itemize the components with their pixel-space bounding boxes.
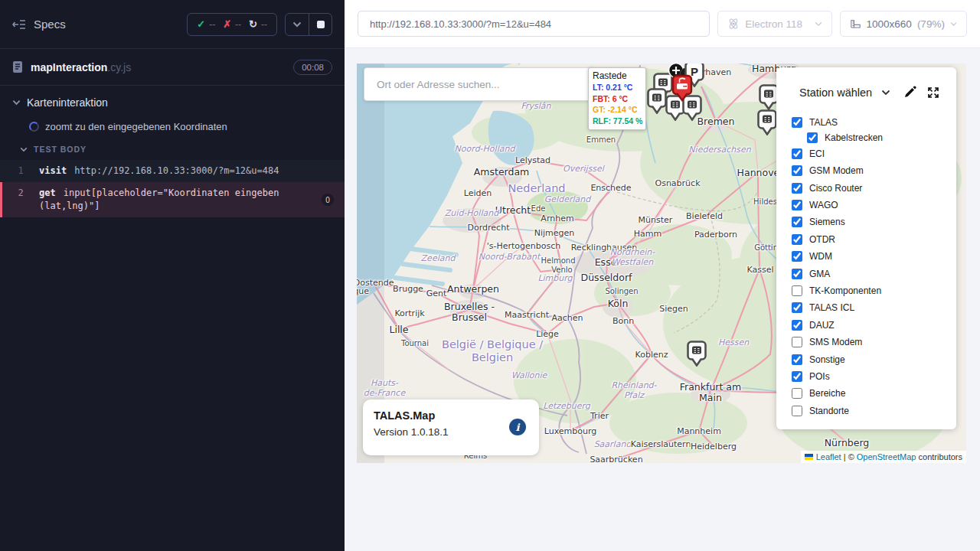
- station-checkbox-label: SMS Modem: [809, 337, 862, 347]
- test-body-header[interactable]: TEST BODY: [0, 139, 345, 158]
- specs-title: Specs: [34, 18, 66, 31]
- station-checkbox-label: Sonstige: [809, 354, 845, 365]
- station-checkbox[interactable]: [792, 183, 802, 194]
- station-marker-pin[interactable]: [757, 109, 777, 139]
- station-checkbox-label: DAUZ: [809, 320, 835, 331]
- station-filter-row[interactable]: GSM Modem: [792, 165, 956, 178]
- refresh-icon: ↻: [249, 18, 257, 30]
- stat-pending: ↻--: [249, 18, 267, 30]
- cypress-reporter: Specs ✓-- ✗-- ↻-- mapInteraction.cy.js 0…: [0, 0, 345, 551]
- spec-file-row[interactable]: mapInteraction.cy.js 00:08: [0, 49, 345, 86]
- station-filter-row[interactable]: Siemens: [792, 216, 956, 229]
- test-stats[interactable]: ✓-- ✗-- ↻--: [187, 13, 277, 36]
- station-filter-panel: Station wählen TALAS Kabelstrecken ECI: [776, 67, 956, 429]
- station-filter-row[interactable]: WDM: [792, 250, 956, 263]
- map-label: Leiden: [464, 189, 492, 199]
- map-label: Maastricht: [505, 311, 549, 321]
- map-label: Paderborn: [694, 230, 737, 240]
- expand-fullscreen-icon[interactable]: [927, 86, 939, 99]
- station-checkbox[interactable]: [792, 337, 802, 347]
- openstreetmap-link[interactable]: OpenStreetMap: [857, 452, 916, 461]
- leaflet-link[interactable]: Leaflet: [816, 452, 841, 461]
- stat-passed: ✓--: [197, 18, 215, 30]
- map-label: Enschede: [590, 184, 631, 194]
- map-label: Brugge: [393, 285, 423, 295]
- station-marker-pin[interactable]: [687, 341, 707, 370]
- station-filter-row[interactable]: Sonstige: [792, 353, 956, 366]
- station-checkbox[interactable]: [792, 285, 802, 296]
- url-input[interactable]: [358, 11, 710, 37]
- chevron-down-icon: [12, 99, 21, 106]
- station-checkbox-label: OTDR: [809, 234, 835, 245]
- map-label: Lille: [389, 324, 408, 335]
- info-icon[interactable]: i: [509, 419, 526, 435]
- station-checkbox-label: Siemens: [809, 217, 845, 227]
- station-filter-row[interactable]: TK-Komponenten: [792, 285, 956, 298]
- station-checkbox[interactable]: [807, 132, 818, 143]
- map-label: Koblenz: [635, 350, 668, 360]
- station-filter-row[interactable]: SMS Modem: [792, 336, 956, 349]
- station-filter-row[interactable]: ECI: [792, 147, 956, 160]
- browser-selector[interactable]: Electron 118: [717, 11, 832, 37]
- test-row[interactable]: zoomt zu den eingegebenen Koordinaten: [0, 113, 345, 139]
- electron-icon: [727, 18, 740, 30]
- station-checkbox[interactable]: [792, 117, 802, 128]
- station-filter-row[interactable]: POIs: [792, 370, 956, 383]
- viewport-ruler-icon: [850, 18, 861, 29]
- suite-title: Karteninteraktion: [27, 96, 108, 109]
- leaflet-map[interactable]: HamburgBremerhavenBremenNiedersachsenHan…: [357, 64, 966, 463]
- station-checkbox[interactable]: [792, 320, 802, 331]
- map-label: Bruxelles - Brussel: [444, 302, 495, 324]
- map-search-input[interactable]: [364, 67, 596, 101]
- map-label: Heidelberg: [691, 442, 737, 452]
- app-info-box: TALAS.Map Version 1.0.18.1 i: [363, 399, 539, 455]
- station-checkbox[interactable]: [792, 251, 802, 262]
- station-checkbox-label: Kabelstrecken: [825, 132, 883, 143]
- map-label: Fryslân: [521, 102, 550, 112]
- station-checkbox[interactable]: [792, 354, 802, 365]
- station-checkbox[interactable]: [792, 371, 802, 382]
- station-checkbox[interactable]: [792, 148, 802, 159]
- map-label: Frankfurt am Main: [680, 382, 741, 404]
- station-checkbox[interactable]: [792, 165, 802, 176]
- command-log: 1 visithttp://192.168.10.33:3000/?m=12&u…: [0, 160, 345, 217]
- collapse-button[interactable]: [286, 14, 309, 35]
- station-filter-row[interactable]: WAGO: [792, 199, 956, 212]
- station-filter-row[interactable]: DAUZ: [792, 318, 956, 331]
- station-filter-row[interactable]: GMA: [792, 267, 956, 280]
- station-checkbox[interactable]: [792, 388, 802, 399]
- map-label: Overijssel: [563, 165, 604, 174]
- station-filter-row[interactable]: Standorte: [792, 404, 956, 417]
- command-row[interactable]: 1 visithttp://192.168.10.33:3000/?m=12&u…: [0, 160, 345, 182]
- station-filter-row[interactable]: Cisco Router: [792, 181, 956, 194]
- specs-list-icon[interactable]: [12, 18, 26, 31]
- command-row[interactable]: 2 getinput[placeholder="Koordinaten eing…: [0, 182, 345, 217]
- reporter-header: Specs ✓-- ✗-- ↻--: [0, 0, 345, 49]
- station-filter-row[interactable]: Kabelstrecken: [807, 131, 956, 144]
- map-label: Düsseldorf: [581, 272, 632, 283]
- chevron-down-icon[interactable]: [881, 90, 890, 96]
- alarm-device-marker-pin[interactable]: [671, 74, 693, 105]
- map-label: Gelderland: [544, 195, 590, 205]
- station-checkbox[interactable]: [792, 217, 802, 227]
- viewport-selector[interactable]: 1000x660 (79%): [840, 11, 967, 37]
- station-checkbox[interactable]: [792, 269, 802, 279]
- map-label: Helmond: [541, 256, 576, 266]
- app-title: TALAS.Map: [374, 409, 528, 422]
- map-label: Solingen: [605, 287, 638, 296]
- map-label: 's-Hertogenbosch: [487, 242, 561, 252]
- edit-pencil-icon[interactable]: [903, 86, 916, 99]
- station-marker-pin[interactable]: [647, 88, 667, 117]
- station-filter-row[interactable]: TALAS ICL: [792, 302, 956, 315]
- map-label: Noord-Brabant: [479, 253, 540, 262]
- station-checkbox[interactable]: [792, 302, 802, 313]
- station-checkbox[interactable]: [792, 406, 802, 416]
- stop-button[interactable]: [309, 14, 332, 35]
- map-attribution: Leaflet | © OpenStreetMap contributors: [801, 451, 966, 463]
- station-filter-row[interactable]: Bereiche: [792, 387, 956, 400]
- station-filter-row[interactable]: TALAS: [792, 116, 956, 129]
- station-checkbox[interactable]: [792, 234, 802, 245]
- suite-row[interactable]: Karteninteraktion: [0, 86, 345, 113]
- station-filter-row[interactable]: OTDR: [792, 233, 956, 246]
- station-checkbox[interactable]: [792, 200, 802, 210]
